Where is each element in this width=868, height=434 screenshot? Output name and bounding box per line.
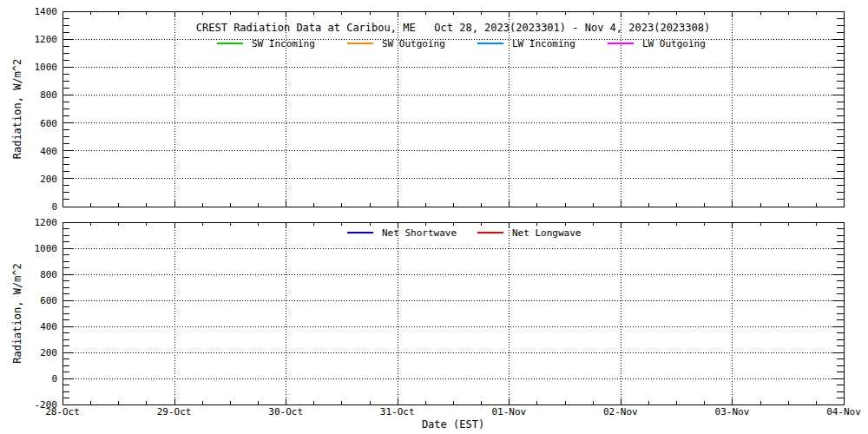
chart-title: CREST Radiation Data at Caribou, ME Oct … bbox=[196, 22, 710, 34]
legend-label: Net Shortwave bbox=[382, 227, 457, 239]
ticks bbox=[62, 11, 844, 207]
x-tick-label: 28-Oct bbox=[45, 406, 80, 418]
plot-border bbox=[62, 11, 844, 207]
plot-border bbox=[62, 222, 844, 404]
top-panel: 0200400600800100012001400Radiation, W/m^… bbox=[11, 6, 844, 213]
legend-label: SW Incoming bbox=[252, 38, 315, 49]
y-tick-label: 400 bbox=[40, 146, 57, 157]
x-tick-label: 03-Nov bbox=[715, 406, 750, 418]
y-tick-label: 0 bbox=[51, 201, 57, 213]
y-tick-label: 400 bbox=[40, 321, 57, 332]
x-tick-label: 04-Nov bbox=[826, 406, 861, 418]
y-tick-label: 800 bbox=[40, 89, 57, 101]
x-axis-title: Date (EST) bbox=[422, 418, 484, 431]
gridlines bbox=[62, 11, 844, 207]
y-tick-label: 200 bbox=[40, 174, 57, 185]
y-tick-label: 800 bbox=[40, 269, 57, 280]
legend-label: Net Longwave bbox=[512, 227, 581, 239]
x-tick-label: 01-Nov bbox=[491, 406, 526, 418]
gridlines bbox=[62, 222, 844, 404]
y-tick-label: 1200 bbox=[35, 217, 58, 228]
y-tick-label: 1000 bbox=[35, 243, 58, 254]
radiation-chart: 0200400600800100012001400Radiation, W/m^… bbox=[0, 0, 868, 434]
legend-label: SW Outgoing bbox=[382, 38, 445, 49]
legend-label: LW Incoming bbox=[512, 38, 575, 49]
radiation-figure: 0200400600800100012001400Radiation, W/m^… bbox=[0, 0, 868, 434]
x-tick-label: 29-Oct bbox=[157, 406, 192, 418]
y-tick-label: 1000 bbox=[35, 62, 58, 73]
y-tick-label: 1200 bbox=[35, 34, 58, 45]
legend: Net ShortwaveNet Longwave bbox=[347, 227, 581, 239]
x-tick-label: 30-Oct bbox=[268, 406, 303, 418]
y-tick-label: 200 bbox=[40, 347, 57, 358]
y-axis-title: Radiation, W/m^2 bbox=[11, 263, 23, 364]
bottom-panel: -200020040060080010001200Radiation, W/m^… bbox=[11, 217, 861, 431]
y-tick-label: 1400 bbox=[35, 6, 58, 17]
y-axis-title: Radiation, W/m^2 bbox=[11, 59, 23, 160]
y-tick-label: 0 bbox=[51, 373, 57, 385]
y-tick-label: 600 bbox=[40, 295, 57, 306]
x-tick-label: 31-Oct bbox=[380, 406, 415, 418]
legend: SW IncomingSW OutgoingLW IncomingLW Outg… bbox=[217, 38, 706, 49]
ticks bbox=[62, 222, 844, 404]
y-tick-label: 600 bbox=[40, 118, 57, 129]
legend-label: LW Outgoing bbox=[642, 38, 706, 49]
x-tick-label: 02-Nov bbox=[603, 406, 638, 418]
